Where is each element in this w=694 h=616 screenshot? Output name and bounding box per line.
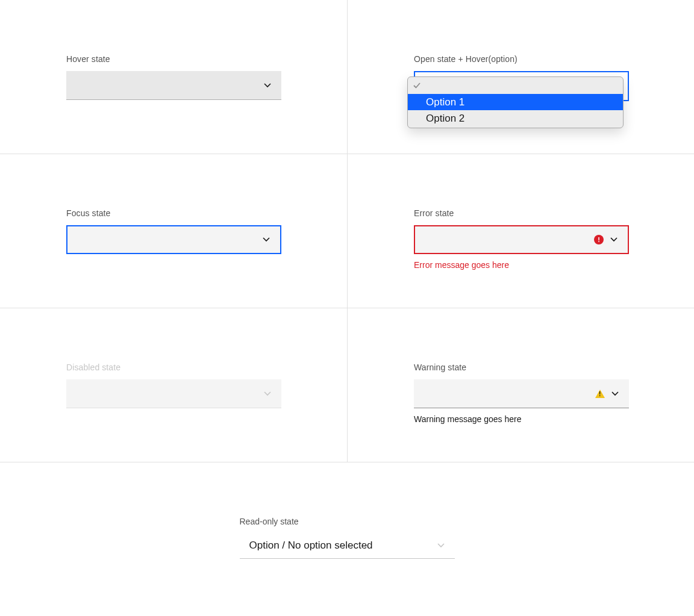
cell-warning: Warning state Warning message goes here (348, 308, 694, 462)
cell-hover: Hover state (0, 0, 348, 154)
warning-icon (595, 390, 605, 398)
dropdown-panel: Option 1 Option 2 (407, 76, 624, 128)
select-readonly: Option / No option selected (240, 532, 455, 559)
select-disabled (66, 379, 281, 408)
cell-open: Open state + Hover(option) Option 1 Opti… (348, 0, 694, 154)
label-warning: Warning state (414, 362, 694, 372)
label-disabled: Disabled state (66, 362, 347, 372)
chevron-down-icon (263, 390, 272, 398)
select-warning[interactable] (414, 379, 629, 408)
label-open: Open state + Hover(option) (414, 54, 694, 64)
chevron-down-icon (611, 390, 619, 398)
error-icon: ! (594, 235, 604, 244)
dropdown-option-empty[interactable] (408, 77, 623, 94)
select-error[interactable]: ! (414, 225, 629, 254)
dropdown-option-1[interactable]: Option 1 (408, 94, 623, 110)
cell-error: Error state ! Error message goes here (348, 154, 694, 308)
check-icon (413, 81, 421, 89)
cell-readonly: Read-only state Option / No option selec… (0, 462, 694, 559)
chevron-down-icon (437, 541, 445, 550)
warning-message: Warning message goes here (414, 414, 694, 424)
dropdown-option-label: Option 2 (426, 113, 464, 125)
cell-focus: Focus state (0, 154, 348, 308)
chevron-down-icon (262, 235, 270, 244)
chevron-down-icon (610, 235, 618, 244)
select-focus[interactable] (66, 225, 281, 254)
label-focus: Focus state (66, 208, 347, 218)
error-message: Error message goes here (414, 260, 694, 270)
chevron-down-icon (263, 81, 272, 90)
readonly-value: Option / No option selected (249, 540, 373, 552)
dropdown-option-label: Option 1 (426, 96, 464, 108)
dropdown-option-2[interactable]: Option 2 (408, 110, 623, 126)
label-hover: Hover state (66, 54, 347, 64)
cell-disabled: Disabled state (0, 308, 348, 462)
label-error: Error state (414, 208, 694, 218)
select-hover[interactable] (66, 71, 281, 100)
label-readonly: Read-only state (240, 517, 455, 526)
